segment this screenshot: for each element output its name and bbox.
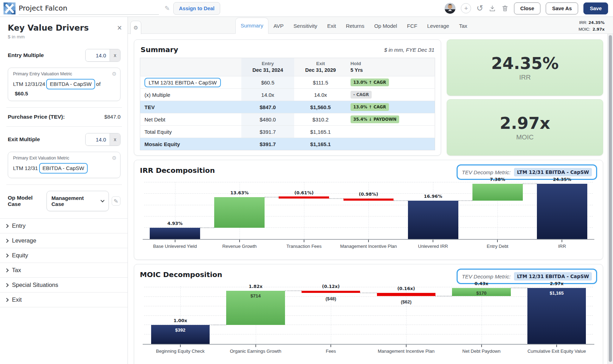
bar-amount-label: $1,165 (550, 290, 564, 296)
save-as-button[interactable]: Save As (546, 2, 578, 14)
entry-multiple-input[interactable]: 14.0 (86, 49, 110, 61)
entry-metric-highlight-box[interactable]: EBITDA - CapSW (46, 79, 95, 89)
entry-multiple-label: Entry Multiple (8, 52, 44, 58)
connector-line (360, 293, 377, 293)
tab-summary[interactable]: Summary (235, 18, 268, 34)
irr-moic-readout: IRR: 24.35% MOIC: 2.97x (578, 19, 605, 32)
tab-tax[interactable]: Tax (454, 18, 472, 34)
divider (6, 126, 122, 127)
primary-entry-valuation-metric-card[interactable]: Primary Entry Valuation Metric ⚙ LTM 12/… (8, 68, 120, 101)
edit-title-pencil-icon[interactable]: ✎ (165, 5, 170, 12)
add-user-button[interactable]: + (461, 3, 471, 13)
scrollbar (607, 34, 613, 364)
bar-amount-label: $392 (175, 327, 185, 333)
view-settings-gear-button[interactable]: ⚙ (130, 21, 141, 34)
table-row: Total Equity$391.7$1,165.1 (140, 126, 435, 138)
primary-exit-valuation-metric-card[interactable]: Primary Exit Valuation Metric ⚙ LTM 12/3… (8, 152, 120, 178)
tab-strip: ⚙ SummaryAVPSensitivityExitReturnsOp Mod… (128, 17, 613, 34)
sidebar-section-label: Equity (12, 252, 28, 259)
metric-label-box[interactable]: LTM 12/31 EBITDA - CapSW (144, 78, 221, 87)
sidebar-section-label: Leverage (12, 237, 36, 244)
tab-sensitivity[interactable]: Sensitivity (289, 18, 322, 34)
bar-entry-debt[interactable] (472, 184, 523, 200)
bar-unlevered-irr[interactable] (408, 201, 458, 239)
bar-base-unlevered-yield[interactable] (150, 228, 200, 239)
exit-multiple-input[interactable]: 14.0 (86, 133, 110, 145)
exit-metric-highlight-box[interactable]: EBITDA - CapSW (39, 163, 88, 174)
irr-label: IRR (519, 74, 531, 81)
table-header-row: EntryDec 31, 2024ExitDec 31, 2029Hold5 Y… (140, 58, 435, 76)
table-row: TEV$847.0$1,560.513.0% ↑ CAGR (140, 101, 435, 113)
bar-fees[interactable] (302, 291, 360, 293)
connector-line (200, 227, 214, 228)
tab-leverage[interactable]: Leverage (422, 18, 454, 34)
entry-metric-label: Primary Entry Valuation Metric (13, 71, 115, 76)
row-label: TEV (140, 101, 242, 113)
bar-cumulative-exit-equity-value[interactable] (527, 288, 586, 344)
axis-category-label: Management Incentive Plan (369, 349, 444, 354)
moic-decomposition-card: MOIC Decomposition TEV Decomp Metric: LT… (134, 264, 603, 364)
gear-icon[interactable]: ⚙ (112, 71, 117, 77)
cagr-badge: - CAGR (351, 91, 372, 99)
tev-decomp-metric-selector[interactable]: TEV Decomp Metric: LTM 12/31 EBITDA - Ca… (457, 164, 597, 180)
bar-value-label: (0.12x) (322, 284, 340, 289)
sidebar-section-leverage[interactable]: Leverage (0, 233, 128, 248)
user-avatar[interactable] (445, 3, 456, 14)
sidebar-section-special-situations[interactable]: Special Situations (0, 277, 128, 292)
summary-title: Summary (141, 45, 178, 54)
app-logo-icon (4, 2, 16, 14)
bar-revenue-growth[interactable] (214, 197, 265, 228)
sidebar-section-tax[interactable]: Tax (0, 263, 128, 277)
scrollbar-thumb[interactable] (609, 35, 612, 362)
tab-avp[interactable]: AVP (268, 18, 289, 34)
panel-units-note: $ in mm (8, 34, 120, 39)
chevron-right-icon (5, 239, 8, 243)
bar-transaction-fees[interactable] (279, 196, 329, 199)
assign-to-deal-button[interactable]: Assign to Deal (173, 2, 220, 15)
tab-fcf[interactable]: FCF (402, 18, 422, 34)
save-button[interactable]: Save (583, 2, 608, 14)
bar-management-incentive-plan[interactable] (343, 199, 394, 201)
moic-label: MOIC (516, 133, 534, 141)
tab-exit[interactable]: Exit (322, 18, 341, 34)
bar-value-label: 1.00x (173, 318, 187, 323)
deal-title-input[interactable]: Project Falcon (19, 2, 159, 15)
axis-tick (556, 345, 557, 347)
row-label: Net Debt (140, 113, 242, 126)
cagr-badge: 13.0% ↑ CAGR (351, 103, 389, 111)
exit-metric-label: Primary Exit Valuation Metric (13, 156, 115, 161)
metric-card-column: 24.35% IRR 2.97x MOIC (447, 39, 603, 156)
tab-returns[interactable]: Returns (341, 18, 370, 34)
purchase-price-value: $847.0 (104, 114, 120, 120)
waterfall-plot: 1.00x$3921.82x$714(0.12x)($48)(0.16x)($6… (143, 286, 594, 345)
bar-value-label: 13.63% (230, 190, 249, 195)
edit-case-pencil-icon[interactable]: ✎ (112, 196, 120, 206)
delete-trash-icon[interactable] (501, 5, 509, 12)
bar-irr[interactable] (537, 184, 587, 239)
row-label: (x) Multiple (140, 89, 242, 101)
sidebar-section-exit[interactable]: Exit (0, 292, 128, 307)
bar-value-label: 1.82x (249, 284, 262, 289)
bar-value-label: 7.38% (490, 177, 505, 182)
connector-line (265, 197, 279, 197)
gridline (144, 306, 593, 306)
panel-close-icon[interactable]: × (117, 24, 122, 32)
axis-tick (180, 345, 181, 347)
tab-op-model[interactable]: Op Model (369, 18, 402, 34)
op-model-case-select[interactable]: Management Case (47, 191, 109, 211)
sidebar-section-label: Special Situations (12, 282, 58, 288)
connector-line (511, 288, 527, 288)
download-icon[interactable] (489, 5, 496, 12)
gear-icon[interactable]: ⚙ (112, 155, 117, 161)
sidebar-section-equity[interactable]: Equity (0, 248, 128, 263)
version-history-icon[interactable]: ↺ (476, 4, 483, 13)
bar-management-incentive-plan[interactable] (377, 293, 436, 296)
moic-chart-title: MOIC Decomposition (140, 269, 222, 279)
summary-units-note: $ in mm, FYE Dec 31 (384, 47, 434, 53)
sidebar-section-entry[interactable]: Entry (0, 218, 128, 233)
axis-tick (239, 240, 240, 242)
chart-x-axis: Base Unlevered YieldRevenue GrowthTransa… (143, 240, 594, 256)
exit-multiple-label: Exit Multiple (8, 136, 40, 143)
close-button[interactable]: Close (514, 2, 541, 14)
irr-decomposition-card: IRR Decomposition TEV Decomp Metric: LTM… (134, 160, 603, 260)
